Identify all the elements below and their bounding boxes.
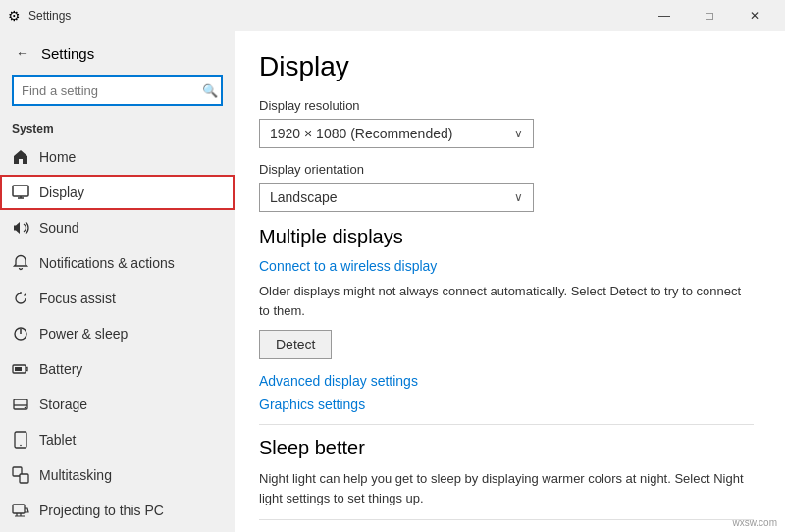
battery-icon <box>12 360 29 378</box>
maximize-button[interactable]: □ <box>687 0 732 31</box>
home-icon <box>12 148 29 166</box>
resolution-label: Display resolution <box>259 98 754 113</box>
tablet-icon <box>12 431 29 449</box>
sidebar: ← Settings 🔍 System Home Display <box>0 31 236 532</box>
svg-rect-9 <box>20 474 28 483</box>
divider-2 <box>259 519 754 520</box>
title-bar-title: Settings <box>28 9 71 23</box>
resolution-dropdown-arrow: ∨ <box>514 127 523 140</box>
close-button[interactable]: ✕ <box>732 0 777 31</box>
sidebar-header: ← Settings <box>0 31 235 71</box>
title-bar: ⚙ Settings — □ ✕ <box>0 0 785 31</box>
sidebar-item-focus[interactable]: Focus assist <box>0 281 235 316</box>
sidebar-item-home[interactable]: Home <box>0 139 235 175</box>
sidebar-item-multitasking[interactable]: Multitasking <box>0 457 235 493</box>
sidebar-item-projecting-label: Projecting to this PC <box>39 503 164 518</box>
connect-wireless-link[interactable]: Connect to a wireless display <box>259 258 754 274</box>
resolution-dropdown[interactable]: 1920 × 1080 (Recommended) ∨ <box>259 119 534 148</box>
search-container: 🔍 <box>0 71 235 114</box>
sidebar-title: Settings <box>41 45 94 62</box>
sidebar-item-battery[interactable]: Battery <box>0 351 235 387</box>
multiple-displays-heading: Multiple displays <box>259 226 754 248</box>
orientation-dropdown[interactable]: Landscape ∨ <box>259 183 534 212</box>
orientation-label: Display orientation <box>259 162 754 177</box>
watermark: wxsw.com <box>732 517 777 528</box>
sidebar-item-multitasking-label: Multitasking <box>39 467 112 483</box>
sidebar-item-notifications[interactable]: Notifications & actions <box>0 245 235 281</box>
display-icon <box>12 184 29 201</box>
page-title: Display <box>259 51 754 82</box>
older-displays-info: Older displays might not always connect … <box>259 282 754 320</box>
graphics-settings-link[interactable]: Graphics settings <box>259 397 754 412</box>
svg-rect-10 <box>13 505 25 513</box>
sidebar-item-home-label: Home <box>39 149 76 165</box>
power-icon <box>12 325 29 343</box>
resolution-value: 1920 × 1080 (Recommended) <box>270 126 452 141</box>
back-button[interactable]: ← <box>12 43 33 63</box>
svg-point-7 <box>20 445 22 447</box>
orientation-dropdown-arrow: ∨ <box>514 190 523 204</box>
sidebar-item-display-label: Display <box>39 185 84 200</box>
settings-icon: ⚙ <box>8 8 21 24</box>
multitasking-icon <box>12 466 29 484</box>
system-section-label: System <box>0 114 235 139</box>
sidebar-item-storage-label: Storage <box>39 397 87 412</box>
search-button[interactable]: 🔍 <box>194 83 226 98</box>
svg-point-5 <box>25 407 26 409</box>
sidebar-item-display[interactable]: Display <box>0 175 235 210</box>
title-bar-left: ⚙ Settings <box>8 8 71 24</box>
svg-rect-0 <box>13 186 28 196</box>
svg-rect-3 <box>15 367 22 371</box>
divider-1 <box>259 424 754 425</box>
orientation-value: Landscape <box>270 189 338 205</box>
sidebar-item-projecting[interactable]: Projecting to this PC <box>0 493 235 528</box>
sidebar-item-storage[interactable]: Storage <box>0 387 235 422</box>
sidebar-item-battery-label: Battery <box>39 361 82 377</box>
storage-icon <box>12 396 29 413</box>
advanced-display-link[interactable]: Advanced display settings <box>259 373 754 389</box>
sidebar-item-sound-label: Sound <box>39 220 78 236</box>
search-box: 🔍 <box>12 75 223 106</box>
projecting-icon <box>12 502 29 519</box>
sidebar-item-notifications-label: Notifications & actions <box>39 255 175 271</box>
content-area: Display Display resolution 1920 × 1080 (… <box>236 31 785 532</box>
title-bar-controls: — □ ✕ <box>642 0 777 31</box>
focus-icon <box>12 290 29 307</box>
sidebar-item-tablet[interactable]: Tablet <box>0 422 235 457</box>
sidebar-item-power[interactable]: Power & sleep <box>0 316 235 351</box>
app-container: ← Settings 🔍 System Home Display <box>0 31 785 532</box>
sidebar-item-sound[interactable]: Sound <box>0 210 235 245</box>
sidebar-item-tablet-label: Tablet <box>39 432 76 448</box>
sleep-heading: Sleep better <box>259 437 754 459</box>
sidebar-item-shared[interactable]: Shared experiences <box>0 528 235 532</box>
sound-icon <box>12 219 29 237</box>
search-input[interactable] <box>14 83 194 98</box>
notifications-icon <box>12 254 29 272</box>
sidebar-item-focus-label: Focus assist <box>39 291 116 306</box>
detect-button[interactable]: Detect <box>259 330 332 359</box>
sleep-info: Night light can help you get to sleep by… <box>259 469 754 507</box>
minimize-button[interactable]: — <box>642 0 687 31</box>
sidebar-item-power-label: Power & sleep <box>39 326 128 342</box>
